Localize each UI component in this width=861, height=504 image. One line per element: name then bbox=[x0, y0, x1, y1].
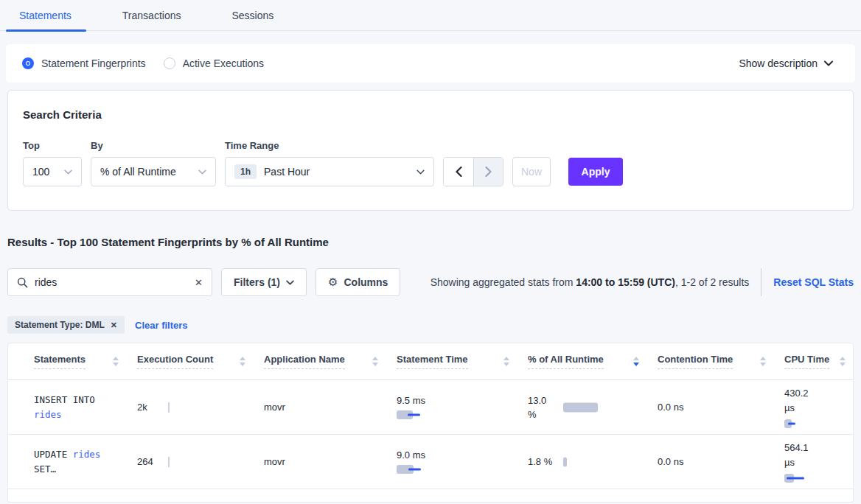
radio-label: Statement Fingerprints bbox=[41, 57, 146, 69]
time-range-select[interactable]: 1h Past Hour bbox=[225, 157, 434, 186]
show-description-label: Show description bbox=[739, 57, 818, 69]
statement-time-bar bbox=[397, 464, 426, 474]
remove-filter-icon[interactable]: ✕ bbox=[111, 321, 117, 330]
time-range-value: Past Hour bbox=[264, 166, 310, 178]
radio-label: Active Executions bbox=[183, 57, 265, 69]
by-field: By % of All Runtime bbox=[91, 140, 216, 186]
results-table: Statements Execution Count Application N… bbox=[7, 343, 854, 503]
column-header-runtime-pct[interactable]: % of All Runtime bbox=[528, 354, 658, 369]
statement-time-cell: 9.5 ms bbox=[397, 395, 528, 419]
now-button[interactable]: Now bbox=[512, 157, 551, 186]
table-header-row: Statements Execution Count Application N… bbox=[8, 343, 853, 380]
top-select[interactable]: 100 bbox=[23, 157, 82, 186]
tab-transactions[interactable]: Transactions bbox=[122, 10, 181, 21]
statement-time-cell: 9.0 ms bbox=[397, 449, 528, 474]
search-criteria-title: Search Criteria bbox=[23, 108, 838, 121]
column-header-statements[interactable]: Statements bbox=[8, 354, 137, 369]
table-row: INSERT INTO rides 2k movr 9.5 ms 13.0 % … bbox=[8, 380, 853, 435]
search-box[interactable]: ✕ bbox=[7, 268, 212, 296]
filter-chip-label: Statement Type: DML bbox=[15, 320, 105, 330]
execution-count-bar bbox=[168, 457, 170, 467]
sort-icons-active-desc[interactable] bbox=[633, 357, 639, 366]
application-name-cell: movr bbox=[264, 456, 397, 467]
top-select-value: 100 bbox=[32, 166, 49, 178]
tab-sessions[interactable]: Sessions bbox=[231, 10, 273, 21]
show-description-toggle[interactable]: Show description bbox=[739, 57, 833, 69]
sort-icons[interactable] bbox=[840, 357, 846, 366]
by-select-value: % of All Runtime bbox=[100, 166, 176, 178]
view-mode-bar: Statement Fingerprints Active Executions… bbox=[6, 44, 855, 83]
column-header-cpu-time[interactable]: CPU Time bbox=[784, 354, 853, 369]
clear-filters-link[interactable]: Clear filters bbox=[135, 320, 188, 331]
sort-icons[interactable] bbox=[503, 357, 509, 366]
top-field: Top 100 bbox=[23, 140, 82, 186]
filters-button[interactable]: Filters (1) bbox=[221, 268, 307, 296]
results-controls-row: ✕ Filters (1) ⚙ Columns Showing aggregat… bbox=[7, 268, 854, 296]
clear-search-icon[interactable]: ✕ bbox=[195, 277, 203, 288]
column-header-execution-count[interactable]: Execution Count bbox=[137, 354, 264, 369]
runtime-pct-cell: 13.0 % bbox=[528, 393, 658, 421]
sort-icons[interactable] bbox=[760, 357, 766, 366]
execution-count-cell: 2k bbox=[137, 402, 264, 413]
search-criteria-card: Search Criteria Top 100 By % of All Runt… bbox=[7, 90, 854, 211]
previous-time-button[interactable] bbox=[444, 158, 473, 186]
runtime-pct-bar bbox=[563, 402, 600, 412]
chevron-down-icon bbox=[286, 280, 294, 285]
columns-label: Columns bbox=[344, 276, 388, 288]
cpu-time-cell: 564.1 µs bbox=[784, 441, 853, 483]
time-range-label: Time Range bbox=[225, 140, 434, 151]
tab-statements[interactable]: Statements bbox=[19, 10, 72, 21]
reset-sql-stats-link[interactable]: Reset SQL Stats bbox=[773, 276, 854, 288]
showing-stats-text: Showing aggregated stats from 14:00 to 1… bbox=[430, 276, 750, 288]
execution-count-cell: 264 bbox=[137, 456, 264, 467]
chevron-right-icon bbox=[485, 167, 492, 177]
cpu-time-bar bbox=[784, 419, 811, 429]
chevron-left-icon bbox=[456, 167, 462, 177]
radio-active-executions[interactable]: Active Executions bbox=[164, 57, 265, 69]
cpu-time-bar bbox=[784, 474, 811, 483]
top-label: Top bbox=[23, 140, 82, 151]
results-heading: Results - Top 100 Statement Fingerprints… bbox=[7, 236, 854, 248]
chevron-down-icon bbox=[824, 60, 833, 66]
gear-icon: ⚙ bbox=[328, 276, 338, 289]
search-input[interactable] bbox=[35, 276, 188, 288]
execution-count-bar bbox=[168, 402, 170, 413]
sort-icons[interactable] bbox=[240, 357, 245, 366]
cpu-time-cell: 430.2 µs bbox=[784, 386, 853, 429]
statement-link[interactable]: rides bbox=[34, 409, 62, 420]
time-range-field: Time Range 1h Past Hour bbox=[225, 140, 434, 186]
radio-selected-icon[interactable] bbox=[22, 57, 34, 69]
vertical-divider bbox=[761, 268, 761, 296]
columns-button[interactable]: ⚙ Columns bbox=[316, 268, 400, 296]
column-header-application-name[interactable]: Application Name bbox=[264, 354, 397, 369]
column-header-contention-time[interactable]: Contention Time bbox=[658, 354, 784, 369]
statement-link[interactable]: rides bbox=[73, 449, 101, 460]
radio-statement-fingerprints[interactable]: Statement Fingerprints bbox=[22, 57, 146, 69]
application-name-cell: movr bbox=[264, 402, 397, 413]
chevron-down-icon bbox=[64, 169, 72, 175]
time-step-group bbox=[443, 157, 503, 186]
filter-chip-statement-type[interactable]: Statement Type: DML ✕ bbox=[7, 316, 125, 334]
runtime-pct-bar bbox=[563, 457, 600, 466]
by-select[interactable]: % of All Runtime bbox=[91, 157, 216, 186]
statement-cell: UPDATE rides SET… bbox=[8, 447, 126, 477]
chevron-down-icon bbox=[198, 169, 206, 175]
filter-chip-row: Statement Type: DML ✕ Clear filters bbox=[7, 316, 854, 334]
active-tab-underline bbox=[6, 29, 86, 32]
filters-label: Filters (1) bbox=[234, 276, 280, 288]
search-icon bbox=[17, 277, 28, 288]
table-row: UPDATE rides SET… 264 movr 9.0 ms 1.8 % … bbox=[8, 435, 853, 489]
contention-time-cell: 0.0 ns bbox=[658, 402, 784, 413]
statement-time-bar bbox=[397, 410, 426, 419]
sort-icons[interactable] bbox=[113, 357, 119, 366]
statement-cell: INSERT INTO rides bbox=[8, 393, 126, 422]
column-header-statement-time[interactable]: Statement Time bbox=[397, 354, 528, 369]
time-range-badge: 1h bbox=[234, 164, 257, 179]
chevron-down-icon bbox=[416, 169, 425, 175]
radio-unselected-icon[interactable] bbox=[164, 57, 175, 69]
next-time-button[interactable] bbox=[473, 158, 503, 186]
by-label: By bbox=[91, 140, 216, 151]
contention-time-cell: 0.0 ns bbox=[658, 456, 784, 467]
sort-icons[interactable] bbox=[372, 357, 378, 366]
apply-button[interactable]: Apply bbox=[568, 158, 623, 186]
